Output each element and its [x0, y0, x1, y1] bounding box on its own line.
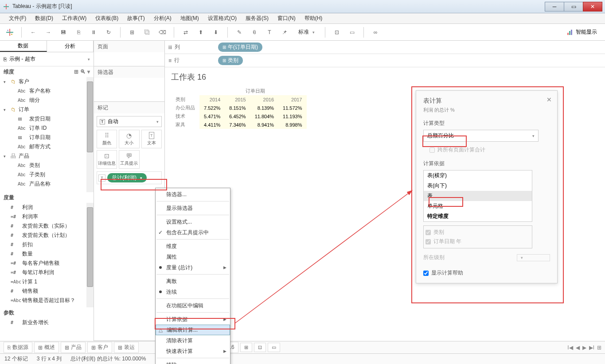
data-tab[interactable]: 数据	[0, 41, 47, 52]
field-ship-date[interactable]: 📅︎发货日期	[0, 114, 94, 124]
marks-type-dropdown[interactable]: T 自动▾	[97, 116, 162, 127]
tab-customer[interactable]: ⊞客户	[87, 342, 112, 353]
new-story-tab[interactable]: ▭	[268, 343, 280, 352]
field-discount[interactable]: #折扣	[0, 240, 94, 249]
calc-type-select[interactable]: 总额百分比▾	[423, 130, 539, 142]
field-product-name[interactable]: Abc产品名称	[0, 179, 94, 189]
cm-quick-table-calc[interactable]: 快速表计算▶	[156, 346, 230, 356]
rows-pill-category[interactable]: ⊞类别	[218, 56, 243, 65]
new-dashboard-tab[interactable]: ⊡	[254, 343, 266, 352]
sum-across-pages-checkbox[interactable]: 跨所有页面计算合计	[429, 146, 550, 154]
show-me-button[interactable]: 智能显示	[563, 27, 601, 37]
cm-format[interactable]: 设置格式...	[156, 217, 230, 227]
columns-pill-year[interactable]: ⊞年(订单日期)	[218, 43, 262, 52]
marks-color[interactable]: ⠿颜色	[97, 130, 117, 148]
menu-story[interactable]: 故事(T)	[123, 13, 149, 23]
field-calc1[interactable]: =Abc计算 1	[0, 277, 94, 287]
label-button[interactable]: T	[264, 27, 275, 38]
cm-filter[interactable]: 筛选器...	[156, 189, 230, 200]
menu-window[interactable]: 窗口(N)	[273, 13, 300, 23]
cm-measure-agg[interactable]: 度量 (总计)▶	[156, 262, 230, 273]
cm-edit-in-shelf[interactable]: 在功能区中编辑	[156, 300, 230, 311]
save-button[interactable]: 💾︎	[58, 27, 69, 38]
field-customer-name[interactable]: Abc客户名称	[0, 86, 94, 96]
back-button[interactable]: ←	[28, 27, 39, 38]
dimensions-scrollbar[interactable]	[86, 77, 94, 192]
menu-format[interactable]: 设置格式(O)	[203, 13, 241, 23]
cm-edit-table-calc[interactable]: △编辑表计算...	[156, 325, 230, 335]
lb-table-down[interactable]: 表(向下)	[424, 181, 532, 191]
clear-button[interactable]: ⌫	[157, 27, 168, 38]
field-order-date[interactable]: 📅︎订单日期	[0, 133, 94, 142]
tab-first-icon[interactable]: I◀	[567, 345, 573, 351]
field-sales[interactable]: #销售额	[0, 287, 94, 296]
marks-text-pill-row[interactable]: T 总计(利润)▾	[97, 171, 162, 184]
field-category[interactable]: Abc类别	[0, 161, 94, 170]
tab-shipping[interactable]: ⊞装运	[114, 342, 139, 353]
profit-sum-pill[interactable]: 总计(利润)▾	[107, 173, 147, 182]
highlight-button[interactable]: ✎	[234, 27, 245, 38]
folder-product[interactable]: ▾品产品	[0, 151, 94, 161]
datasource-tab[interactable]: ⎘数据源	[4, 342, 32, 353]
menu-file[interactable]: 文件(F)	[4, 13, 31, 23]
cm-remove[interactable]: 移除	[156, 360, 230, 364]
show-calc-help-checkbox[interactable]: 显示计算帮助	[423, 269, 550, 277]
minimize-button[interactable]: ─	[545, 2, 564, 12]
dim-order-date-year[interactable]: 订单日期 年	[425, 237, 530, 246]
sort-desc-button[interactable]: ⬇	[211, 27, 221, 38]
menu-data[interactable]: 数据(D)	[31, 13, 58, 23]
search-icon[interactable]: 🔍︎	[80, 69, 86, 75]
dialog-close-button[interactable]: ✕	[546, 96, 552, 103]
measures-scrollbar[interactable]	[86, 203, 94, 307]
lb-table[interactable]: 表	[424, 191, 532, 201]
cm-continuous[interactable]: 连续	[156, 287, 230, 297]
columns-shelf[interactable]: iii列 ⊞年(订单日期)	[165, 41, 605, 54]
tab-product[interactable]: ⊞产品	[61, 342, 86, 353]
tab-last-icon[interactable]: ▶I	[589, 345, 594, 351]
field-subcategory[interactable]: Abc子类别	[0, 170, 94, 179]
menu-dashboard[interactable]: 仪表板(B)	[91, 13, 123, 23]
menu-analysis[interactable]: 分析(A)	[149, 13, 176, 23]
folder-order[interactable]: ▾📁︎订单	[0, 105, 94, 114]
cm-clear-table-calc[interactable]: 清除表计算	[156, 335, 230, 346]
show-cards-button[interactable]: ⊡	[332, 27, 342, 38]
new-worksheet-tab[interactable]: ⊞	[240, 343, 252, 352]
datasource-selector[interactable]: ⎘ 示例 - 超市 ▾	[0, 52, 94, 66]
lb-specific-dims[interactable]: 特定维度	[424, 211, 532, 221]
pages-shelf[interactable]: 页面	[94, 41, 164, 52]
view-toggle-icon[interactable]: ⊞	[74, 69, 78, 75]
menu-help[interactable]: 帮助(H)	[300, 13, 327, 23]
duplicate-button[interactable]: ⿻	[142, 27, 152, 38]
analysis-tab[interactable]: 分析	[47, 41, 94, 52]
swap-button[interactable]: ⇄	[180, 27, 191, 38]
tab-overview[interactable]: ⊞概述	[34, 342, 59, 353]
marks-size[interactable]: ◔大小	[119, 130, 139, 148]
field-profit[interactable]: #利润	[0, 203, 94, 212]
close-button[interactable]: ✕	[583, 2, 602, 12]
menu-server[interactable]: 服务器(S)	[241, 13, 273, 23]
sort-asc-button[interactable]: ⬆	[195, 27, 206, 38]
marks-tooltip[interactable]: 💬︎工具提示	[119, 150, 139, 169]
field-profit-ratio[interactable]: =#利润率	[0, 212, 94, 221]
cm-dimension[interactable]: 维度	[156, 241, 230, 252]
cm-attribute[interactable]: 属性	[156, 252, 230, 262]
menu-worksheet[interactable]: 工作表(W)	[58, 13, 91, 23]
field-days-scheduled[interactable]: #发货前天数（计划）	[0, 231, 94, 240]
dim-category[interactable]: 类别	[425, 228, 530, 237]
group-button[interactable]: 📎︎	[249, 27, 260, 38]
share-button[interactable]: ∞	[370, 27, 381, 38]
field-order-id[interactable]: Abc订单 ID	[0, 124, 94, 133]
menu-icon[interactable]: ▾	[87, 69, 90, 75]
marks-text[interactable]: T文本	[141, 130, 162, 148]
cm-show-filter[interactable]: 显示筛选器	[156, 203, 230, 213]
forward-button[interactable]: →	[43, 27, 54, 38]
field-segment[interactable]: Abc细分	[0, 96, 94, 105]
tab-next-icon[interactable]: ▶	[582, 345, 586, 351]
field-days-actual[interactable]: #发货前天数（实际）	[0, 221, 94, 231]
field-ship-mode[interactable]: Abc邮寄方式	[0, 142, 94, 151]
tab-showall-icon[interactable]: ⊞	[597, 345, 601, 351]
field-quantity[interactable]: #数量	[0, 249, 94, 259]
tab-prev-icon[interactable]: ◀	[576, 345, 580, 351]
pause-button[interactable]: ⏸	[88, 27, 99, 38]
rows-shelf[interactable]: ≡行 ⊞类别	[165, 54, 605, 67]
